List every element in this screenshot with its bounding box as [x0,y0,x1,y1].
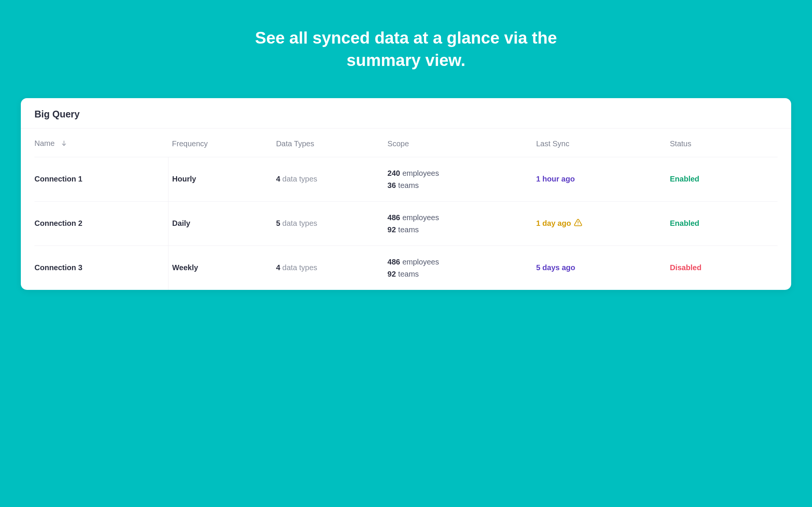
scope-teams-label: teams [398,270,419,278]
scope-employees: 486employees [388,256,529,268]
col-header-last-sync-label: Last Sync [536,139,569,148]
col-header-frequency[interactable]: Frequency [168,128,272,157]
scope-employees-count: 240 [388,169,400,177]
cell-frequency: Daily [168,201,272,246]
cell-scope: 486employees92teams [384,201,533,246]
col-header-scope[interactable]: Scope [384,128,533,157]
status-badge: Disabled [670,263,701,272]
scope-teams-count: 36 [388,181,396,189]
scope-employees-label: employees [402,258,439,266]
connection-name: Connection 1 [34,175,83,183]
data-types-count: 5 [276,219,280,227]
col-header-scope-label: Scope [388,139,409,148]
col-header-last-sync[interactable]: Last Sync [532,128,666,157]
scope-teams: 92teams [388,268,529,280]
status-badge: Enabled [670,219,700,227]
data-types-label: data types [282,219,317,227]
scope-teams-count: 92 [388,225,396,234]
col-header-frequency-label: Frequency [172,139,208,148]
hero-heading: See all synced data at a glance via the … [240,27,573,72]
scope-employees: 486employees [388,211,529,224]
summary-card: Big Query Name Frequency Data Types Scop… [21,98,791,290]
cell-name: Connection 3 [34,246,168,290]
data-types-count: 4 [276,175,280,183]
cell-data-types: 4 data types [272,157,383,201]
card-title: Big Query [34,109,778,120]
col-header-data-types[interactable]: Data Types [272,128,383,157]
last-sync-value: 5 days ago [536,263,575,272]
last-sync-text: 5 days ago [536,263,575,272]
col-header-data-types-label: Data Types [276,139,314,148]
status-badge: Enabled [670,175,700,183]
cell-scope: 486employees92teams [384,246,533,290]
connection-name: Connection 2 [34,219,83,227]
cell-name: Connection 1 [34,157,168,201]
cell-status: Disabled [666,246,778,290]
svg-point-2 [578,224,579,225]
last-sync-value: 1 hour ago [536,175,575,183]
cell-last-sync: 1 day ago [532,201,666,246]
scope-employees-count: 486 [388,213,400,222]
scope-employees: 240employees [388,167,529,179]
scope-employees-label: employees [402,169,439,177]
frequency-value: Weekly [172,263,198,272]
frequency-value: Daily [172,219,190,227]
table-row[interactable]: Connection 3Weekly4 data types486employe… [34,246,778,290]
last-sync-text: 1 hour ago [536,175,575,183]
cell-data-types: 4 data types [272,246,383,290]
scope-employees-label: employees [402,213,439,222]
col-header-status[interactable]: Status [666,128,778,157]
cell-name: Connection 2 [34,201,168,246]
col-header-name-label: Name [34,139,55,147]
warning-icon [574,218,582,228]
col-header-name[interactable]: Name [34,128,168,157]
table-row[interactable]: Connection 2Daily5 data types486employee… [34,201,778,246]
data-types-label: data types [282,263,317,272]
last-sync-text: 1 day ago [536,219,571,228]
cell-status: Enabled [666,157,778,201]
cell-frequency: Weekly [168,246,272,290]
col-header-status-label: Status [670,139,692,148]
cell-scope: 240employees36teams [384,157,533,201]
data-types-label: data types [282,175,317,183]
cell-status: Enabled [666,201,778,246]
connection-name: Connection 3 [34,263,83,272]
scope-teams-count: 92 [388,270,396,278]
cell-data-types: 5 data types [272,201,383,246]
cell-frequency: Hourly [168,157,272,201]
scope-teams: 36teams [388,179,529,191]
scope-teams-label: teams [398,225,419,234]
scope-employees-count: 486 [388,258,400,266]
sort-descending-icon [61,140,67,149]
data-types-count: 4 [276,263,280,272]
connections-table: Name Frequency Data Types Scope Last Syn… [34,128,778,290]
frequency-value: Hourly [172,175,196,183]
scope-teams-label: teams [398,181,419,189]
table-row[interactable]: Connection 1Hourly4 data types240employe… [34,157,778,201]
card-header: Big Query [21,98,791,128]
cell-last-sync: 1 hour ago [532,157,666,201]
last-sync-value: 1 day ago [536,218,582,228]
scope-teams: 92teams [388,224,529,236]
cell-last-sync: 5 days ago [532,246,666,290]
